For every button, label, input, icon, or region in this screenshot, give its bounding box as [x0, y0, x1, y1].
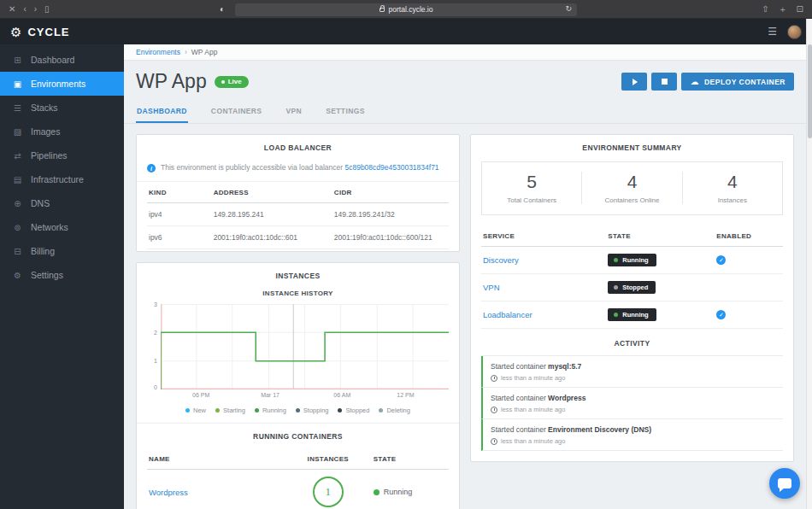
lock-icon: [380, 8, 385, 12]
list-item: Started container mysql:5.7 less than a …: [481, 356, 783, 388]
activity-container-name: Environment Discovery (DNS): [548, 425, 651, 434]
sidebar-item-stacks[interactable]: ☰ Stacks: [0, 96, 124, 120]
state-label: Running: [384, 488, 413, 496]
activity-time: less than a minute ago: [491, 374, 775, 382]
load-balancer-id-link[interactable]: 5c89b08cd9e4530031834f71: [344, 163, 438, 172]
sidebar-item-label: Infrastructure: [31, 174, 84, 184]
app-logo[interactable]: ⚙ CYCLE: [10, 19, 70, 44]
legend-label: New: [193, 407, 206, 414]
table-row: VPN Stopped: [481, 274, 783, 301]
tab-dashboard[interactable]: DASHBOARD: [136, 100, 188, 123]
tab-containers[interactable]: CONTAINERS: [210, 100, 263, 123]
table-row: ipv6 2001:19f0:ac01:10dc::601 2001:19f0:…: [147, 226, 449, 249]
service-link-vpn[interactable]: VPN: [483, 283, 500, 292]
info-icon: [147, 164, 156, 173]
sidebar-item-label: Networks: [31, 222, 68, 232]
start-button[interactable]: [621, 73, 647, 91]
x-tick: Mar 17: [261, 392, 279, 398]
sidebar-item-infrastructure[interactable]: ▤ Infrastructure: [0, 167, 124, 191]
tab-vpn[interactable]: VPN: [285, 100, 303, 123]
enabled-check-icon: [716, 310, 726, 319]
scrollbar-thumb[interactable]: [808, 44, 812, 138]
sidebar-item-dns[interactable]: ⊕ DNS: [0, 191, 124, 215]
environments-icon: ▣: [12, 79, 23, 89]
tab-overview-icon[interactable]: ⊡: [797, 5, 803, 14]
left-column: LOAD BALANCER This environment is public…: [136, 134, 460, 509]
cycle-logo-icon: ⚙: [10, 26, 21, 38]
legend-dot-icon: [215, 408, 220, 412]
stacks-icon: ☰: [12, 103, 23, 113]
share-icon[interactable]: ⇧: [762, 5, 768, 14]
user-avatar[interactable]: [787, 25, 802, 39]
legend-item-running: Running: [255, 407, 286, 414]
chart-y-axis: 3 2 1 0: [147, 304, 161, 389]
instances-card: INSTANCES INSTANCE HISTORY 3 2 1 0: [136, 262, 460, 509]
table-row: Discovery Running: [481, 247, 783, 274]
service-link-discovery[interactable]: Discovery: [483, 255, 519, 265]
environment-summary-title: ENVIRONMENT SUMMARY: [471, 135, 793, 160]
sidebar-item-environments[interactable]: ▣ Environments: [0, 72, 124, 96]
refresh-icon[interactable]: ↻: [565, 4, 572, 13]
stop-icon: [662, 79, 668, 85]
cidr-cell: 149.28.195.241/32: [334, 203, 449, 226]
badge-label: Running: [622, 311, 648, 319]
new-tab-icon[interactable]: ＋: [779, 5, 787, 14]
list-menu-icon[interactable]: ☰: [768, 26, 777, 38]
page-scrollbar[interactable]: [806, 19, 812, 509]
legend-dot-icon: [338, 408, 342, 412]
column-header-cidr: CIDR: [334, 182, 449, 203]
sidebar-item-billing[interactable]: ⊟ Billing: [0, 239, 124, 263]
service-link-loadbalancer[interactable]: Loadbalancer: [483, 310, 533, 319]
main-content: Environments › WP App WP App Live DEPLOY…: [124, 44, 806, 509]
sidebar-item-settings[interactable]: ⚙ Settings: [0, 263, 124, 287]
support-chat-button[interactable]: [769, 468, 800, 499]
summary-stats: 5 Total Containers 4 Containers Online 4…: [481, 161, 783, 215]
activity-container-name: Wordpress: [548, 394, 585, 402]
live-status-badge: Live: [215, 76, 249, 88]
address-cell: 2001:19f0:ac01:10dc::601: [214, 226, 334, 249]
environment-summary-card: ENVIRONMENT SUMMARY 5 Total Containers 4…: [470, 134, 794, 462]
sidebar-item-images[interactable]: ▨ Images: [0, 120, 124, 143]
breadcrumb-environments-link[interactable]: Environments: [136, 48, 180, 56]
forward-icon[interactable]: ›: [34, 5, 37, 14]
tab-settings[interactable]: SETTINGS: [325, 100, 366, 123]
table-row: Wordpress 1 Running: [147, 470, 449, 509]
page-title: WP App: [136, 70, 207, 93]
x-tick: 06 PM: [192, 392, 209, 398]
badge-label: Running: [622, 256, 648, 264]
clock-icon: [491, 407, 497, 413]
deploy-container-button[interactable]: DEPLOY CONTAINER: [681, 73, 794, 91]
stat-label: Containers Online: [582, 196, 681, 204]
breadcrumb: Environments › WP App: [124, 44, 806, 61]
environment-actions: DEPLOY CONTAINER: [621, 73, 794, 91]
cloud-upload-icon: [690, 77, 699, 86]
privacy-shield-icon[interactable]: ◐: [220, 4, 225, 14]
tab-bar: DASHBOARD CONTAINERS VPN SETTINGS: [124, 100, 806, 124]
clock-icon: [491, 375, 497, 382]
table-row: Loadbalancer Running: [481, 301, 783, 329]
chart-legend: New Starting Running Stopping Stopped De…: [137, 401, 459, 423]
back-icon[interactable]: ‹: [23, 5, 26, 14]
networks-icon: ⊚: [12, 223, 23, 232]
sidebar-item-networks[interactable]: ⊚ Networks: [0, 215, 124, 239]
container-link-wordpress[interactable]: Wordpress: [149, 488, 188, 497]
billing-icon: ⊟: [12, 247, 23, 256]
badge-label: Stopped: [622, 284, 648, 291]
sidebar-item-pipelines[interactable]: ⇄ Pipelines: [0, 143, 124, 167]
legend-item-stopped: Stopped: [338, 407, 369, 414]
url-bar[interactable]: portal.cycle.io ↻: [235, 3, 577, 16]
legend-label: Deleting: [386, 407, 410, 414]
legend-label: Starting: [223, 407, 245, 414]
column-header-state: STATE: [374, 448, 449, 470]
container-state: Running: [374, 488, 449, 496]
sidebar-item-dashboard[interactable]: ⊞ Dashboard: [0, 48, 124, 72]
list-item: Started container Wordpress less than a …: [481, 388, 783, 419]
legend-dot-icon: [296, 408, 300, 412]
legend-label: Stopping: [303, 407, 329, 414]
stop-button[interactable]: [651, 73, 677, 91]
running-dot-icon: [614, 313, 618, 317]
legend-item-stopping: Stopping: [296, 407, 329, 414]
browser-action-icons: ⇧ ＋ ⊡: [762, 5, 803, 14]
close-tab-icon[interactable]: ✕: [9, 5, 15, 14]
sidebar-panel-icon[interactable]: ▯: [44, 5, 50, 14]
